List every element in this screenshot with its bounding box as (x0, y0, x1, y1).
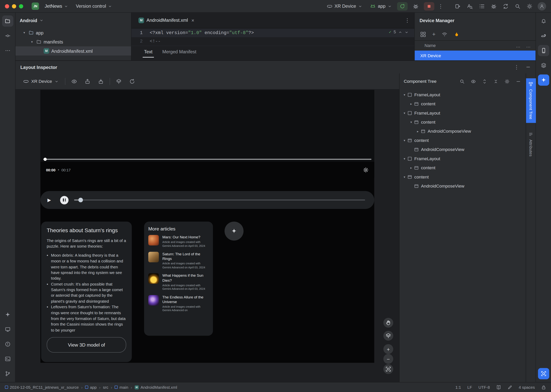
edit-mode-icon[interactable] (508, 385, 512, 390)
pause-button[interactable] (60, 196, 69, 204)
slider-thumb[interactable] (79, 198, 83, 202)
indent-setting[interactable]: 4 spaces (519, 385, 535, 389)
audio-player[interactable]: ▶ (40, 191, 374, 209)
line-ending[interactable]: LF (467, 385, 472, 389)
name-column-header[interactable]: Name (424, 43, 436, 48)
video-player[interactable]: 00:00 00:17 (40, 90, 374, 178)
lock-icon[interactable] (541, 385, 546, 390)
article-item[interactable]: What Happens if the Sun Dies?Article and… (148, 273, 209, 291)
chevron-right-icon[interactable]: ▸ (408, 166, 414, 170)
tree-search-button[interactable] (458, 77, 467, 86)
layer-mode-button[interactable] (383, 331, 393, 341)
article-item[interactable]: Saturn: The Lord of the RingsArticle and… (148, 252, 209, 270)
project-tool-button[interactable] (2, 15, 13, 27)
component-tree-row[interactable]: ▸AndroidComposeView (400, 127, 526, 136)
chevron-down-icon[interactable]: ▾ (402, 93, 407, 97)
chevron-down-icon[interactable]: ▾ (402, 139, 407, 142)
minimize-panel-icon[interactable] (526, 65, 531, 70)
panel-options-icon[interactable]: ⋮ (513, 64, 520, 70)
import-snapshot-button[interactable] (96, 77, 105, 86)
zoom-out-button[interactable]: − (383, 354, 393, 364)
todo-button[interactable] (476, 1, 487, 11)
profiler-button[interactable] (488, 1, 499, 11)
layout-inspector-button[interactable] (538, 368, 549, 379)
inspections-widget[interactable]: ✓ 5 (389, 29, 409, 35)
column-options-icon[interactable]: … (516, 43, 521, 48)
breadcrumb[interactable]: 2024-12-05_RC11_jetnews_xr_source›app›sr… (5, 385, 177, 389)
view-options-button[interactable] (70, 77, 79, 86)
chevron-down-icon[interactable]: ▾ (22, 31, 27, 35)
pan-mode-button[interactable] (383, 318, 393, 328)
chevron-down-icon[interactable]: ▾ (402, 157, 407, 160)
breadcrumb-item[interactable]: app (85, 385, 97, 389)
notifications-button[interactable] (538, 15, 549, 27)
video-settings-icon[interactable] (363, 167, 369, 173)
layout-inspector-canvas[interactable]: 00:00 00:17 ▶ Theori (15, 90, 399, 382)
component-tree-row[interactable]: ▸content (400, 163, 526, 172)
zoom-to-fit-button[interactable] (383, 364, 393, 374)
spatial-fab-button[interactable] (225, 222, 243, 240)
project-view-selector[interactable]: Android (20, 18, 43, 23)
expand-all-button[interactable] (480, 77, 489, 86)
breadcrumb-item[interactable]: MAndroidManifest.xml (135, 385, 177, 389)
user-avatar[interactable] (538, 2, 546, 10)
chevron-right-icon[interactable]: ▸ (415, 130, 421, 133)
more-actions-icon[interactable]: ⋮ (437, 3, 444, 9)
article-item[interactable]: Mars: Our Next Home?Article and images c… (148, 235, 209, 248)
device-row-xr-device[interactable]: XR Device (415, 51, 535, 60)
component-tree-row[interactable]: ▾FrameLayout (400, 109, 526, 118)
terminal-button[interactable] (2, 353, 13, 364)
gradle-button[interactable] (538, 30, 549, 41)
version-control-button[interactable] (2, 368, 13, 379)
chevron-down-icon[interactable]: ▾ (402, 175, 407, 179)
sync-button[interactable] (500, 1, 511, 11)
rerun-button[interactable] (397, 2, 408, 10)
chevron-down-icon[interactable]: ▾ (402, 111, 407, 115)
running-devices-button[interactable] (2, 324, 13, 335)
toggle-3d-button[interactable] (114, 77, 123, 86)
device-screen-render[interactable]: 00:00 00:17 ▶ Theori (40, 90, 374, 363)
editor-view-merged-manifest[interactable]: Merged Manifest (162, 46, 196, 57)
build-variants-button[interactable] (538, 60, 549, 71)
reader-mode-icon[interactable] (496, 385, 501, 390)
breadcrumb-item[interactable]: src (103, 385, 108, 389)
chevron-down-icon[interactable] (404, 30, 409, 34)
audio-progress-slider[interactable] (74, 196, 367, 204)
play-icon[interactable]: ▶ (47, 197, 51, 203)
refresh-button[interactable] (128, 77, 136, 86)
component-tree-row[interactable]: ▾content (400, 136, 526, 145)
chevron-right-icon[interactable]: ▸ (408, 102, 414, 106)
tab-attributes[interactable]: Attributes (526, 128, 536, 160)
device-selector[interactable]: XR Device (324, 2, 365, 10)
process-selector[interactable]: XR Device (21, 77, 61, 85)
video-progress-bar[interactable] (43, 159, 372, 160)
close-window-button[interactable] (5, 4, 9, 8)
run-configuration-selector[interactable]: app (368, 2, 394, 10)
breadcrumb-item[interactable]: 2024-12-05_RC11_jetnews_xr_source (5, 385, 79, 389)
problems-button[interactable] (2, 338, 13, 350)
find-in-files-button[interactable] (465, 1, 475, 11)
device-mirroring-button[interactable] (452, 1, 463, 11)
component-tree-row[interactable]: ▾FrameLayout (400, 90, 526, 99)
video-progress-thumb[interactable] (43, 158, 47, 161)
code-line[interactable]: 1<?xml version="1.0" encoding="utf-8"?> (131, 29, 414, 37)
code-line[interactable]: 2<!-- (131, 37, 414, 46)
tree-node-manifests[interactable]: ▾ manifests (15, 37, 131, 46)
collapse-all-button[interactable] (491, 77, 500, 86)
settings-button[interactable] (524, 1, 535, 11)
view-3d-model-button[interactable]: View 3D model of (47, 337, 126, 352)
editor-view-text[interactable]: Text (144, 46, 152, 57)
code-editor[interactable]: ✓ 5 1<?xml version="1.0" encoding="utf-8… (131, 28, 414, 46)
file-encoding[interactable]: UTF-8 (478, 385, 490, 389)
project-menu[interactable]: JetNews (43, 2, 70, 10)
vcs-menu[interactable]: Version control (74, 2, 114, 10)
add-device-icon[interactable]: + (432, 31, 436, 37)
export-snapshot-button[interactable] (83, 77, 92, 86)
chevron-down-icon[interactable]: ▾ (408, 120, 414, 124)
component-tree-row[interactable]: ▾content (400, 173, 526, 182)
gemini-assistant-button[interactable] (538, 75, 549, 86)
debug-button[interactable] (410, 1, 421, 11)
editor-tab-androidmanifest[interactable]: M AndroidManifest.xml × (135, 13, 199, 28)
commit-tool-button[interactable] (2, 30, 13, 41)
tab-component-tree[interactable]: Component Tree (526, 78, 536, 123)
